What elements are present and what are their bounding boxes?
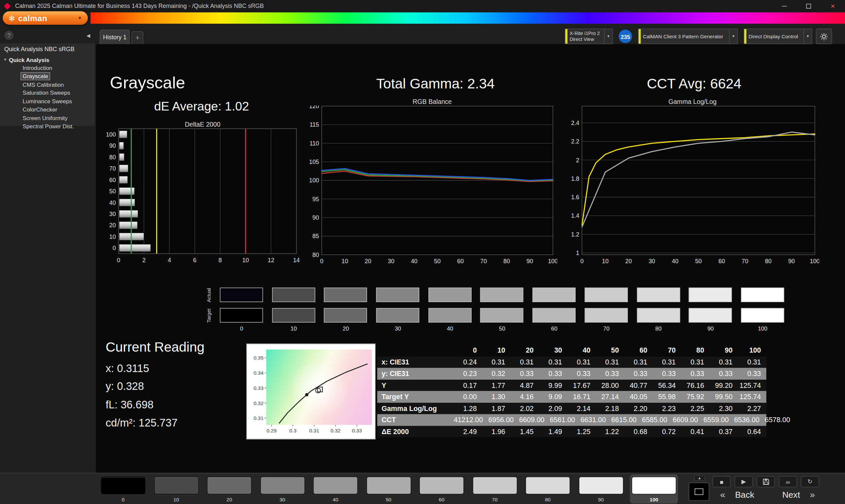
table-cell: 6559.00 — [703, 416, 734, 424]
swatch-level-label: 70 — [580, 325, 632, 332]
table-cell: 2.27 — [738, 404, 767, 412]
table-cell: 27.14 — [596, 393, 624, 401]
table-row-label: CCT — [377, 416, 454, 424]
svg-text:0.32: 0.32 — [331, 428, 341, 433]
svg-text:4: 4 — [168, 257, 171, 264]
table-cell: 0.31 — [624, 358, 653, 366]
stop-button[interactable]: ■ — [712, 476, 731, 487]
sidebar-item-spectral-power-dist[interactable]: Spectral Power Dist. — [20, 122, 76, 130]
table-cell: 6536.00 — [734, 416, 765, 424]
level-button-20[interactable]: 20 — [205, 474, 253, 503]
table-cell: 9.99 — [539, 381, 567, 389]
level-swatch-30 — [260, 476, 305, 494]
swatch-level-label: 100 — [737, 325, 789, 332]
save-button[interactable] — [757, 476, 775, 487]
minimize-button[interactable] — [772, 0, 796, 12]
chevron-down-icon[interactable]: ▾ — [604, 29, 612, 43]
table-column-header: 90 — [710, 346, 738, 354]
meter-dropdown[interactable]: X-Rite i1Pro 2 Direct View ▾ — [565, 29, 613, 44]
table-cell: 41212.00 — [454, 416, 489, 424]
settings-button[interactable] — [816, 29, 832, 44]
svg-text:100: 100 — [309, 177, 319, 184]
help-icon: ? — [7, 32, 11, 39]
new-tab-button[interactable]: + — [131, 31, 143, 44]
back-chevrons-icon[interactable]: « — [717, 489, 728, 500]
level-button-70[interactable]: 70 — [471, 474, 518, 503]
sidebar-group-quick-analysis[interactable]: ▾ Quick Analysis — [4, 56, 95, 63]
sidebar-collapse-button[interactable]: ◀ — [84, 31, 93, 40]
next-chevrons-icon[interactable]: » — [806, 489, 818, 500]
table-cell: 0.31 — [681, 358, 709, 366]
table-cell: 125.74 — [738, 393, 767, 401]
svg-text:0.32: 0.32 — [253, 400, 263, 406]
table-cell: 40.05 — [624, 393, 653, 401]
sidebar-item-luminance-sweeps[interactable]: Luminance Sweeps — [20, 97, 74, 105]
meter-count-badge[interactable]: 235 — [619, 30, 632, 43]
play-button[interactable]: ▶ — [735, 476, 753, 487]
level-swatch-20 — [207, 476, 252, 494]
level-button-0[interactable]: 0 — [99, 474, 147, 503]
table-cell: 0.33 — [681, 370, 709, 377]
svg-text:115: 115 — [310, 121, 319, 128]
sidebar-item-saturation-sweeps[interactable]: Saturation Sweeps — [20, 89, 72, 97]
level-button-90[interactable]: 90 — [577, 474, 625, 503]
sidebar-item-introduction[interactable]: Introduction — [20, 64, 54, 72]
level-button-30[interactable]: 30 — [259, 474, 306, 503]
table-cell: 6615.00 — [611, 416, 642, 424]
level-button-10[interactable]: 10 — [152, 474, 200, 503]
pattern-window-button[interactable] — [689, 483, 709, 501]
sidebar-item-colorchecker[interactable]: ColorChecker — [20, 106, 59, 113]
actual-swatch-90 — [689, 288, 732, 302]
level-button-label: 60 — [418, 497, 465, 502]
level-button-label: 30 — [259, 497, 306, 502]
level-button-60[interactable]: 60 — [418, 474, 465, 503]
table-column-header: 10 — [482, 346, 511, 354]
titlebar: Calman 2025 Calman Ultimate for Business… — [0, 0, 845, 12]
table-row-label: Target Y — [377, 393, 454, 401]
next-button[interactable]: Next — [782, 490, 800, 500]
table-cell: 4.87 — [511, 381, 539, 389]
level-button-50[interactable]: 50 — [365, 474, 412, 503]
table-row-label: Gamma Log/Log — [377, 404, 454, 412]
table-cell: 99.50 — [710, 393, 738, 401]
window-title: Calman 2025 Calman Ultimate for Business… — [15, 3, 264, 9]
continuous-measure-button[interactable]: ∞ — [779, 476, 797, 487]
level-button-40[interactable]: 40 — [312, 474, 359, 503]
back-button[interactable]: Back — [735, 490, 754, 500]
svg-text:0.35: 0.35 — [253, 355, 263, 361]
gamma-chart-title: Gamma Log/Log — [566, 96, 819, 106]
svg-text:95: 95 — [313, 196, 319, 202]
target-swatch-10 — [272, 308, 315, 323]
table-column-header: 100 — [738, 346, 767, 354]
level-button-80[interactable]: 80 — [524, 474, 572, 503]
table-cell: 1.28 — [454, 404, 482, 412]
svg-text:1.4: 1.4 — [571, 212, 579, 219]
refresh-button[interactable]: ↻ — [801, 476, 819, 487]
display-control-dropdown[interactable]: Direct Display Control ▾ — [744, 29, 812, 44]
swatch-level-label: 40 — [424, 325, 476, 332]
svg-text:0: 0 — [320, 258, 323, 265]
level-button-100[interactable]: 100 — [630, 474, 678, 503]
pattern-generator-dropdown[interactable]: CalMAN Client 3 Pattern Generator ▾ — [638, 29, 738, 44]
table-cell: 76.16 — [681, 381, 709, 389]
table-cell: 99.20 — [710, 381, 738, 389]
close-button[interactable]: × — [821, 0, 845, 12]
swatch-level-label: 30 — [372, 325, 424, 332]
reading-fl: fL: 36.698 — [106, 398, 154, 411]
pattern-dropdown-body: CalMAN Client 3 Pattern Generator — [641, 33, 729, 39]
meter-mode: Direct View — [570, 36, 602, 42]
level-swatch-50 — [366, 476, 411, 494]
calman-logo-button[interactable]: ✻ calman ▼ — [3, 11, 88, 25]
pattern-window-up-button[interactable]: ▴ — [694, 475, 705, 481]
table-row-gamma-log-log: Gamma Log/Log1.281.872.022.092.142.182.2… — [377, 402, 767, 414]
sidebar-item-grayscale[interactable]: Grayscale — [20, 73, 50, 80]
svg-text:120: 120 — [309, 106, 319, 109]
sidebar-item-cms-calibration[interactable]: CMS Calibration — [20, 81, 66, 88]
swatch-column-50: 50 — [476, 288, 528, 337]
maximize-button[interactable] — [796, 0, 821, 12]
chevron-down-icon[interactable]: ▾ — [729, 29, 737, 43]
help-button[interactable]: ? — [4, 31, 14, 40]
tab-history-1[interactable]: History 1 — [100, 30, 130, 44]
sidebar-item-screen-uniformity[interactable]: Screen Uniformity — [20, 114, 70, 122]
chevron-down-icon[interactable]: ▾ — [804, 29, 811, 43]
